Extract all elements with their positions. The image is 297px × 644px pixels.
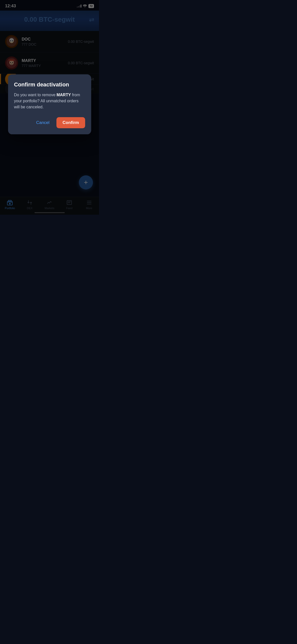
dialog-actions: Cancel Confirm — [14, 117, 85, 128]
dialog-body: Do you want to remove MARTY from your po… — [14, 92, 85, 110]
dialog-body-highlight: MARTY — [56, 93, 71, 97]
confirm-dialog: Confirm deactivation Do you want to remo… — [8, 74, 91, 134]
dialog-body-prefix: Do you want to remove — [14, 93, 57, 97]
cancel-button[interactable]: Cancel — [33, 118, 52, 127]
dialog-title: Confirm deactivation — [14, 81, 85, 88]
confirm-button[interactable]: Confirm — [56, 117, 85, 128]
